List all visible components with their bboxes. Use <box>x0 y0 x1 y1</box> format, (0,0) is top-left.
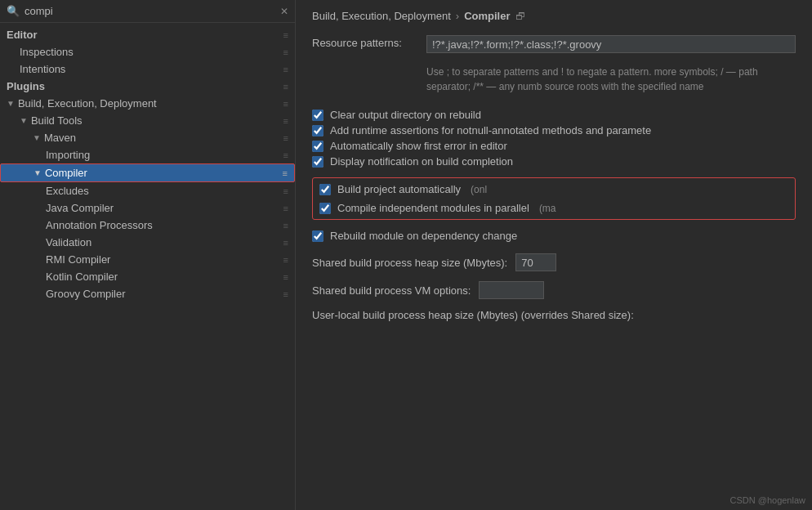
sidebar-item-compiler[interactable]: ▼ Compiler≡ <box>0 163 295 182</box>
settings-icon: ≡ <box>283 255 288 265</box>
checkbox-row-compile-parallel: Compile independent modules in parallel(… <box>319 200 788 216</box>
breadcrumb: Build, Execution, Deployment › Compiler … <box>312 10 796 22</box>
resource-patterns-row: Resource patterns: <box>312 35 796 53</box>
checkbox-row-auto-show-error: Automatically show first error in editor <box>312 138 796 154</box>
checkbox-compile-parallel[interactable] <box>319 203 331 214</box>
heap-size-input[interactable] <box>515 253 556 271</box>
checkbox-label-clear-output: Clear output directory on rebuild <box>330 109 481 121</box>
settings-section: Resource patterns: Use ; to separate pat… <box>312 35 796 321</box>
settings-icon: ≡ <box>283 272 288 282</box>
sidebar-item-inspections[interactable]: Inspections≡ <box>0 43 295 60</box>
heap-size-label: Shared build process heap size (Mbytes): <box>312 257 507 269</box>
sidebar-item-label: Intentions <box>20 63 280 75</box>
checkbox-auto-show-error[interactable] <box>312 141 323 152</box>
left-panel: 🔍 compi ✕ Editor≡Inspections≡Intentions≡… <box>0 0 296 510</box>
checkbox-build-auto[interactable] <box>319 184 331 195</box>
sidebar-item-label: Java Compiler <box>46 202 280 214</box>
settings-icon: ≡ <box>283 204 288 213</box>
sidebar-item-label: Kotlin Compiler <box>46 271 280 283</box>
settings-icon: ≡ <box>283 168 288 178</box>
resource-patterns-label: Resource patterns: <box>312 35 418 49</box>
checkbox-row-add-assertions: Add runtime assertions for notnull-annot… <box>312 123 796 138</box>
sidebar-item-label: Validation <box>46 236 280 248</box>
sidebar-item-intentions[interactable]: Intentions≡ <box>0 60 295 78</box>
settings-icon: ≡ <box>283 116 288 126</box>
checkbox-add-assertions[interactable] <box>312 125 323 136</box>
sidebar-item-label: Plugins <box>7 80 280 92</box>
sidebar-item-label: Build Tools <box>31 114 280 127</box>
sidebar-item-java-compiler[interactable]: Java Compiler≡ <box>0 199 295 217</box>
checkbox-row-display-notification: Display notification on build completion <box>312 154 796 169</box>
sidebar-item-excludes[interactable]: Excludes≡ <box>0 182 295 199</box>
search-bar: 🔍 compi ✕ <box>0 0 295 23</box>
checkboxes-normal: Clear output directory on rebuildAdd run… <box>312 107 796 169</box>
checkbox-label-build-auto: Build project automatically <box>337 183 461 195</box>
sidebar-item-label: Build, Execution, Deployment <box>18 97 280 110</box>
chevron-icon: ▼ <box>7 99 15 108</box>
sidebar-item-annotation-processors[interactable]: Annotation Processors≡ <box>0 217 295 234</box>
settings-icon: ≡ <box>283 99 288 109</box>
breadcrumb-prefix: Build, Execution, Deployment <box>312 10 451 22</box>
sidebar-item-validation[interactable]: Validation≡ <box>0 234 295 251</box>
sidebar-item-label: Compiler <box>45 167 279 179</box>
settings-icon: ≡ <box>283 150 288 160</box>
sidebar-item-label: Importing <box>46 149 280 161</box>
sidebar-item-label: Groovy Compiler <box>46 288 280 300</box>
breadcrumb-separator: › <box>456 10 459 22</box>
sidebar-item-maven[interactable]: ▼ Maven≡ <box>0 129 295 146</box>
sidebar-item-rmi-compiler[interactable]: RMI Compiler≡ <box>0 251 295 268</box>
settings-icon: ≡ <box>283 133 288 143</box>
settings-icon: ≡ <box>283 47 288 57</box>
settings-icon: ≡ <box>283 289 288 299</box>
sidebar-item-build-tools[interactable]: ▼ Build Tools≡ <box>0 112 295 129</box>
sidebar-item-groovy-compiler[interactable]: Groovy Compiler≡ <box>0 285 295 302</box>
chevron-icon: ▼ <box>33 133 41 142</box>
sidebar-item-label: Maven <box>44 132 280 144</box>
sidebar-item-label: Editor <box>7 29 280 41</box>
resource-hint: Use ; to separate patterns and ! to nega… <box>426 65 796 94</box>
checkbox-label-compile-parallel: Compile independent modules in parallel <box>337 202 529 214</box>
chevron-icon: ▼ <box>20 116 28 125</box>
checkbox-row-build-auto: Build project automatically(onl <box>319 181 788 197</box>
user-heap-row: User-local build process heap size (Mbyt… <box>312 309 796 321</box>
watermark: CSDN @hogenlaw <box>730 495 806 505</box>
settings-icon: ≡ <box>283 30 288 40</box>
checkbox-label-auto-show-error: Automatically show first error in editor <box>330 140 507 152</box>
checkbox-label-display-notification: Display notification on build completion <box>330 155 513 168</box>
breadcrumb-current: Compiler <box>464 10 510 22</box>
heap-size-row: Shared build process heap size (Mbytes): <box>312 253 796 271</box>
sidebar-item-label: RMI Compiler <box>46 253 280 266</box>
checkbox-rebuild-dep[interactable] <box>312 230 323 242</box>
checkbox-display-notification[interactable] <box>312 156 323 168</box>
right-panel: Build, Execution, Deployment › Compiler … <box>296 0 812 510</box>
sidebar-item-editor-header[interactable]: Editor≡ <box>0 26 295 43</box>
user-heap-label: User-local build process heap size (Mbyt… <box>312 309 634 321</box>
settings-icon: ≡ <box>283 238 288 248</box>
checkbox-label-add-assertions: Add runtime assertions for notnull-annot… <box>330 124 651 136</box>
search-icon: 🔍 <box>7 5 20 17</box>
resource-patterns-input[interactable] <box>426 35 796 53</box>
sidebar-item-build-exec-deploy[interactable]: ▼ Build, Execution, Deployment≡ <box>0 95 295 112</box>
sidebar-item-importing[interactable]: Importing≡ <box>0 146 295 163</box>
sidebar-item-label: Inspections <box>20 46 280 58</box>
sidebar-item-label: Annotation Processors <box>46 219 280 231</box>
clear-icon[interactable]: ✕ <box>280 6 288 17</box>
vm-options-label: Shared build process VM options: <box>312 284 471 297</box>
checkbox-suffix-compile-parallel: (ma <box>539 203 556 214</box>
settings-icon: ≡ <box>283 82 288 92</box>
tree-area: Editor≡Inspections≡Intentions≡Plugins≡▼ … <box>0 23 295 510</box>
red-border-group: Build project automatically(onlCompile i… <box>312 177 796 220</box>
search-input[interactable]: compi <box>25 5 275 17</box>
sidebar-item-label: Excludes <box>46 185 280 197</box>
checkbox-suffix-build-auto: (onl <box>471 184 487 195</box>
vm-options-input[interactable] <box>479 281 544 299</box>
settings-icon: ≡ <box>283 186 288 196</box>
checkbox-clear-output[interactable] <box>312 110 323 121</box>
sidebar-item-kotlin-compiler[interactable]: Kotlin Compiler≡ <box>0 268 295 285</box>
checkbox-row-rebuild-dep: Rebuild module on dependency change <box>312 228 796 244</box>
settings-icon: ≡ <box>283 221 288 230</box>
checkbox-row-clear-output: Clear output directory on rebuild <box>312 107 796 123</box>
checkbox-label-rebuild-dep: Rebuild module on dependency change <box>330 230 517 242</box>
settings-icon: ≡ <box>283 65 288 74</box>
sidebar-item-plugins-header[interactable]: Plugins≡ <box>0 78 295 95</box>
